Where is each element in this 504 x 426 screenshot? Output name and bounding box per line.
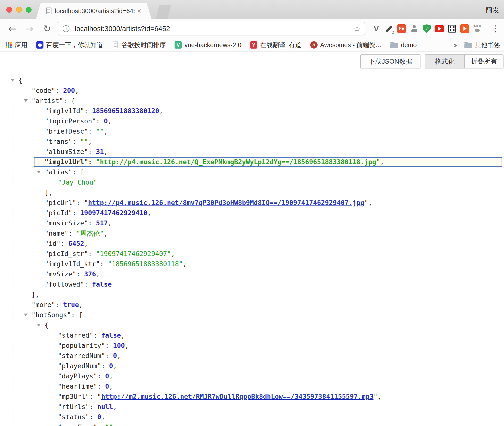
json-punct: }, (32, 291, 40, 298)
collapse-arrow-icon[interactable] (37, 171, 41, 173)
page-favicon-icon (46, 8, 51, 14)
json-string: "" (80, 138, 88, 145)
json-line: }, (0, 290, 504, 300)
json-line: "img1v1Id": 18569651883380120, (0, 106, 504, 116)
qr-code-icon[interactable] (446, 19, 458, 38)
bookmark-item[interactable]: 谷歌按时间排序 (112, 41, 166, 49)
profile-name[interactable]: 阿发 (486, 6, 499, 15)
json-line: { (0, 75, 504, 85)
json-key: "picId": (45, 209, 80, 217)
bookmarks-list: 应用百度一下，你就知道谷歌按时间排序Vvue-hackernews-2.0Y在线… (5, 41, 425, 49)
download-json-button[interactable]: 下载JSON数据 (360, 54, 420, 68)
collapse-all-button[interactable]: 折叠所有 (465, 55, 503, 68)
json-key: "starred": (58, 332, 101, 339)
json-number: 0 (105, 372, 109, 380)
bookmark-label: vue-hackernews-2.0 (185, 41, 241, 49)
new-tab-button[interactable] (156, 5, 171, 19)
json-comma: , (101, 413, 105, 421)
json-line: "starred": false, (0, 330, 504, 341)
json-number: 0 (105, 383, 109, 390)
json-line-highlighted: "img1v1Url": "http://p4.music.126.net/Q_… (34, 157, 502, 167)
json-comma: , (113, 362, 117, 370)
collapse-arrow-icon[interactable] (11, 79, 15, 82)
json-punct: { (18, 77, 22, 84)
site-info-icon[interactable]: i (63, 25, 69, 32)
json-comma: , (117, 352, 121, 359)
json-string: "" (105, 423, 113, 426)
other-bookmarks-folder[interactable]: 其他书签 (464, 41, 500, 49)
fe-icon[interactable]: FE (395, 19, 408, 38)
window-controls (6, 7, 32, 13)
bookmark-item[interactable]: 应用 (5, 41, 27, 49)
bookmark-item[interactable]: AAwesomes - 前端资… (310, 41, 382, 49)
json-key: "alias": (45, 168, 80, 176)
json-comma: , (113, 423, 117, 426)
player-glyph (460, 24, 469, 33)
json-comma: , (109, 383, 113, 390)
player-icon[interactable] (458, 19, 471, 38)
reload-button[interactable]: ↻ (43, 22, 51, 35)
json-comma: , (108, 117, 112, 125)
paw-icon[interactable] (471, 19, 484, 38)
folder-icon (464, 43, 472, 48)
json-key: "trans": (45, 138, 80, 145)
zoom-window-button[interactable] (26, 7, 32, 13)
json-link[interactable]: http://p4.music.126.net/8mv7qP30Pd3oHW8b… (88, 199, 364, 206)
toolbar: ← → ↻ i localhost:3000/artists?id=6452 ☆… (0, 19, 504, 38)
browser-tab[interactable]: localhost:3000/artists?id=645 × (36, 3, 151, 19)
json-link[interactable]: http://m2.music.126.net/RMJR7wDullRqppBk… (101, 393, 374, 400)
vimium-icon[interactable]: V (370, 19, 383, 38)
json-key: "picId_str": (45, 250, 96, 257)
json-quote: " (376, 158, 380, 166)
translate-icon[interactable]: 英 (383, 19, 395, 38)
person-icon[interactable] (408, 19, 420, 38)
url-text[interactable]: localhost:3000/artists?id=6452 (75, 25, 170, 33)
bookmarks-bar: 应用百度一下，你就知道谷歌按时间排序Vvue-hackernews-2.0Y在线… (0, 38, 504, 52)
bookmark-item[interactable]: Y在线翻译_有道 (250, 41, 301, 49)
view-mode-segment: 格式化 折叠所有 (425, 54, 504, 68)
minimize-window-button[interactable] (16, 7, 22, 13)
json-number: 6452 (68, 240, 84, 247)
json-comma: , (79, 301, 83, 308)
json-link[interactable]: http://p4.music.126.net/Q_ExePNkmgB2yWyL… (100, 158, 376, 166)
baidu-icon (36, 41, 43, 49)
collapse-arrow-icon[interactable] (24, 99, 28, 102)
json-key: "starredNum": (58, 352, 113, 359)
json-bool: false (101, 332, 121, 339)
bookmark-item[interactable]: demo (390, 41, 417, 49)
youtube-icon[interactable] (433, 19, 446, 38)
url-bar[interactable]: i localhost:3000/artists?id=6452 ☆ (58, 22, 365, 35)
collapse-arrow-icon[interactable] (24, 314, 28, 316)
bookmark-item[interactable]: Vvue-hackernews-2.0 (175, 41, 241, 49)
json-key: "status": (58, 413, 97, 421)
json-comma: , (104, 128, 108, 135)
bookmark-label: demo (401, 41, 417, 49)
json-line: "followed": false (0, 279, 504, 290)
json-key: "img1v1Id_str": (45, 260, 108, 268)
json-key: "topicPerson": (45, 117, 104, 125)
json-line: "dayPlays": 0, (0, 371, 504, 381)
json-key: "musicSize": (45, 219, 96, 227)
browser-menu-icon[interactable]: ⋮ (491, 23, 500, 34)
json-comma: , (109, 372, 113, 380)
json-comma: , (368, 199, 372, 206)
collapse-arrow-icon[interactable] (37, 324, 41, 326)
bookmark-item[interactable]: 百度一下，你就知道 (36, 41, 103, 49)
json-comma: , (75, 87, 79, 94)
bookmark-star-icon[interactable]: ☆ (353, 24, 361, 34)
extension-icons: V 英 FE ✓ (370, 19, 484, 38)
json-line: "mvSize": 376, (0, 269, 504, 279)
youtube-glyph (435, 25, 444, 32)
json-key: "name": (45, 230, 76, 237)
close-window-button[interactable] (6, 7, 12, 13)
shield-icon[interactable]: ✓ (420, 19, 433, 38)
json-line: "hearTime": 0, (0, 381, 504, 392)
back-button[interactable]: ← (8, 22, 17, 35)
bookmarks-overflow-icon[interactable]: » (453, 41, 458, 49)
page-content: 下载JSON数据 格式化 折叠所有 {"code": 200,"artist":… (0, 52, 504, 426)
json-number: 0 (113, 352, 117, 359)
json-comma: , (84, 240, 88, 247)
vimium-letter: V (374, 24, 379, 33)
format-button[interactable]: 格式化 (425, 55, 465, 68)
tab-close-icon[interactable]: × (137, 7, 141, 15)
